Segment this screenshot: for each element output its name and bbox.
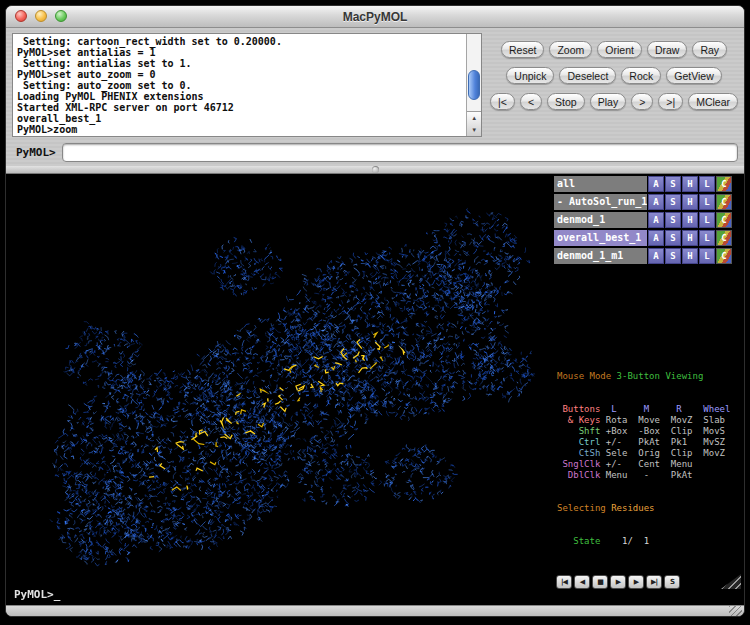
object-button-c[interactable]: C — [716, 194, 732, 210]
zoom-window-button[interactable] — [55, 10, 67, 22]
toolbar-button-forward[interactable]: > — [631, 93, 653, 110]
panel-splitter[interactable] — [6, 166, 744, 174]
object-button-s[interactable]: S — [665, 194, 681, 210]
mouse-matrix-row: & Keys Rota Move MovZ Slab — [557, 415, 744, 426]
toolbar-button-end[interactable]: >| — [658, 93, 683, 110]
object-button-c[interactable]: C — [716, 176, 732, 192]
mouse-matrix-row: DblClk Menu - PkAt — [557, 470, 744, 481]
object-name[interactable]: - AutoSol_run_1_ — [554, 194, 647, 210]
object-name[interactable]: denmod_1_m1 — [554, 248, 647, 264]
object-button-l[interactable]: L — [699, 230, 715, 246]
toolbar-button-unpick[interactable]: Unpick — [506, 67, 554, 84]
mouse-row-cells: L M R Wheel — [600, 404, 730, 414]
object-button-c[interactable]: C — [716, 230, 732, 246]
mouse-matrix-row: Ctrl +/- PkAt Pk1 MvSZ — [557, 437, 744, 448]
console-scrollbar[interactable]: ▲ ▼ — [466, 34, 481, 136]
object-button-a[interactable]: A — [648, 176, 664, 192]
mouse-mode-row[interactable]: Mouse Mode 3-Button Viewing — [557, 371, 744, 382]
object-name[interactable]: denmod_1 — [554, 212, 647, 228]
object-button-l[interactable]: L — [699, 212, 715, 228]
mouse-row-label: CtSh — [557, 448, 600, 458]
vcr-play-button[interactable]: ▶ — [610, 575, 626, 589]
bottom-bar — [6, 605, 744, 617]
object-button-l[interactable]: L — [699, 248, 715, 264]
object-button-s[interactable]: S — [665, 176, 681, 192]
object-button-s[interactable]: S — [665, 212, 681, 228]
object-button-h[interactable]: H — [682, 194, 698, 210]
mouse-row-label: DblClk — [557, 470, 600, 480]
selecting-value: Residues — [611, 503, 654, 513]
object-button-l[interactable]: L — [699, 176, 715, 192]
object-row: overall_best_1ASHLC — [554, 230, 732, 246]
toolbar-button-reset[interactable]: Reset — [501, 41, 544, 58]
vcr-back-button[interactable]: ◀ — [574, 575, 590, 589]
toolbar-button-deselect[interactable]: Deselect — [559, 67, 616, 84]
internal-gui-resize-grip[interactable] — [721, 574, 741, 589]
object-button-a[interactable]: A — [648, 212, 664, 228]
mouse-row-label: Ctrl — [557, 437, 600, 447]
object-button-a[interactable]: A — [648, 230, 664, 246]
object-button-s[interactable]: S — [665, 248, 681, 264]
object-name[interactable]: all — [554, 176, 647, 192]
toolbar-button-orient[interactable]: Orient — [597, 41, 642, 58]
console-line: Loading PyMOL PHENIX extensions — [17, 91, 466, 102]
scrollbar-thumb[interactable] — [468, 70, 480, 100]
console-line: Setting: auto_zoom set to 0. — [17, 80, 466, 91]
console-line: Setting: antialias set to 1. — [17, 58, 466, 69]
scroll-up-icon[interactable]: ▲ — [467, 112, 481, 124]
resize-grip[interactable] — [729, 606, 742, 617]
molecule-viewport[interactable] — [6, 174, 554, 605]
state-label: State — [557, 536, 600, 546]
toolbar-button-rock[interactable]: Rock — [621, 67, 661, 84]
vcr-s-button[interactable]: S — [664, 575, 680, 589]
scrollbar-arrows: ▲ ▼ — [467, 111, 481, 136]
vcr-stop-button[interactable]: ■ — [592, 575, 608, 589]
object-button-l[interactable]: L — [699, 194, 715, 210]
toolbar-button-mclear[interactable]: MClear — [688, 93, 738, 110]
object-button-a[interactable]: A — [648, 248, 664, 264]
toolbar-panel: ResetZoomOrientDrawRayUnpickDeselectRock… — [490, 33, 738, 137]
close-window-button[interactable] — [15, 10, 27, 22]
console-text: Setting: cartoon_rect_width set to 0.200… — [13, 34, 466, 136]
console-line: Started XML-RPC server on port 46712 — [17, 102, 466, 113]
object-button-a[interactable]: A — [648, 194, 664, 210]
vcr-rewind-button[interactable]: |◀ — [556, 575, 572, 589]
object-button-h[interactable]: H — [682, 248, 698, 264]
command-prompt-label: PyMOL> — [12, 146, 56, 159]
macpymol-window: MacPyMOL Setting: cartoon_rect_width set… — [5, 5, 745, 617]
state-row: State 1/ 1 — [557, 536, 744, 547]
toolbar-button-play[interactable]: Play — [590, 93, 626, 110]
object-button-s[interactable]: S — [665, 230, 681, 246]
object-row: denmod_1ASHLC — [554, 212, 732, 228]
toolbar-button-draw[interactable]: Draw — [647, 41, 688, 58]
mouse-mode-label: Mouse Mode — [557, 371, 617, 381]
console-line: PyMOL>set auto_zoom = 0 — [17, 69, 466, 80]
object-name[interactable]: overall_best_1 — [554, 230, 647, 246]
toolbar-button-rewind[interactable]: |< — [490, 93, 515, 110]
console-line: overall_best_1 — [17, 113, 466, 124]
toolbar-button-zoom[interactable]: Zoom — [549, 41, 592, 58]
scroll-down-icon[interactable]: ▼ — [467, 124, 481, 136]
state-value: 1/ 1 — [600, 536, 649, 546]
toolbar-button-stop[interactable]: Stop — [547, 93, 585, 110]
vcr-end-button[interactable]: ▶| — [646, 575, 662, 589]
title-bar[interactable]: MacPyMOL — [6, 6, 744, 28]
console-line: PyMOL>set antialias = 1 — [17, 47, 466, 58]
object-row: allASHLC — [554, 176, 732, 192]
toolbar-button-ray[interactable]: Ray — [692, 41, 727, 58]
object-button-h[interactable]: H — [682, 212, 698, 228]
object-button-c[interactable]: C — [716, 248, 732, 264]
toolbar-button-getview[interactable]: GetView — [666, 67, 722, 84]
mouse-matrix-row: CtSh Sele Orig Clip MovZ — [557, 448, 744, 459]
splitter-dimple — [372, 166, 379, 173]
object-button-c[interactable]: C — [716, 212, 732, 228]
command-input[interactable] — [62, 143, 738, 162]
object-button-h[interactable]: H — [682, 176, 698, 192]
object-button-h[interactable]: H — [682, 230, 698, 246]
vcr-forward-button[interactable]: ▶ — [628, 575, 644, 589]
mouse-row-label: SnglClk — [557, 459, 600, 469]
movie-controls: |◀◀■▶▶▶|S — [556, 574, 741, 589]
minimize-window-button[interactable] — [35, 10, 47, 22]
selecting-row[interactable]: Selecting Residues — [557, 503, 744, 514]
toolbar-button-back[interactable]: < — [520, 93, 542, 110]
